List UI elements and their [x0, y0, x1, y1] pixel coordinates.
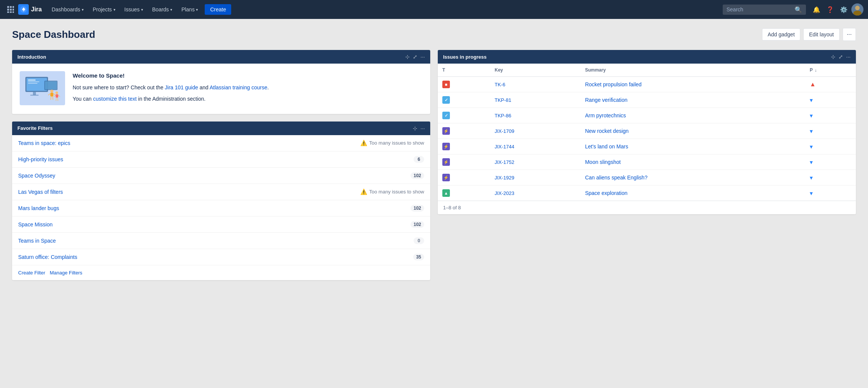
notifications-icon[interactable]: 🔔	[810, 3, 823, 16]
issue-key-link[interactable]: JIX-1744	[495, 144, 514, 150]
main-content: Space Dashboard Add gadget Edit layout ·…	[0, 19, 868, 289]
table-row[interactable]: ■ TK-6 Rocket propulsion failed ▲	[438, 77, 856, 92]
filter-name-link[interactable]: Teams in space: epics	[18, 140, 70, 146]
warning-icon: ⚠️	[360, 189, 367, 195]
filter-name-link[interactable]: Saturn office: Complaints	[18, 254, 77, 260]
create-filter-link[interactable]: Create Filter	[18, 270, 45, 276]
chevron-down-icon: ▾	[141, 8, 143, 12]
jira-101-link[interactable]: Jira 101 guide	[165, 84, 198, 90]
manage-filters-link[interactable]: Manage Filters	[50, 270, 82, 276]
filter-name-link[interactable]: Teams in Space	[18, 238, 56, 244]
issue-priority-cell: ▾	[805, 139, 856, 154]
filter-item: Mars lander bugs102	[12, 200, 430, 217]
issue-key-link[interactable]: JIX-1929	[495, 175, 514, 181]
nav-issues[interactable]: Issues ▾	[121, 4, 147, 15]
issue-summary-link[interactable]: Moon slingshot	[585, 159, 621, 165]
settings-icon[interactable]: ⚙️	[838, 3, 850, 16]
svg-rect-17	[45, 81, 57, 89]
add-gadget-button[interactable]: Add gadget	[762, 28, 801, 41]
svg-rect-4	[10, 9, 12, 11]
gadget-menu-icon[interactable]: ···	[420, 125, 425, 131]
issue-type-icon: ⚡	[442, 174, 450, 181]
issue-summary-cell: Moon slingshot	[580, 154, 805, 170]
svg-rect-7	[10, 11, 12, 13]
app-logo[interactable]: Jira	[18, 4, 42, 15]
issues-table-wrapper: T Key Summary P ↓ ■ TK-6 Rocket propulsi…	[438, 64, 856, 201]
drag-handle-icon[interactable]: ⊹	[831, 54, 835, 60]
table-row[interactable]: ⚡ JIX-1929 Can aliens speak English? ▾	[438, 170, 856, 185]
introduction-gadget-header: Introduction ⊹ ⤢ ···	[12, 50, 430, 64]
grid-menu-icon[interactable]	[5, 3, 17, 16]
issue-summary-link[interactable]: Let's land on Mars	[585, 143, 628, 150]
drag-handle-icon[interactable]: ⊹	[405, 54, 410, 60]
create-button[interactable]: Create	[205, 4, 231, 15]
gadget-menu-icon[interactable]: ···	[846, 54, 851, 60]
svg-line-31	[58, 98, 58, 101]
gadget-menu-icon[interactable]: ···	[420, 54, 425, 60]
filter-item: Teams in Space0	[12, 233, 430, 249]
nav-boards[interactable]: Boards ▾	[148, 4, 176, 15]
nav-projects[interactable]: Projects ▾	[89, 4, 119, 15]
table-row[interactable]: ⚡ JIX-1744 Let's land on Mars ▾	[438, 139, 856, 154]
issue-summary-link[interactable]: Rocket propulsion failed	[585, 81, 641, 87]
svg-rect-0	[7, 6, 9, 8]
expand-icon[interactable]: ⤢	[413, 54, 417, 60]
nav-dashboards[interactable]: Dashboards ▾	[48, 4, 87, 15]
issues-count: 1–8 of 8	[438, 201, 856, 214]
issue-priority-cell: ▾	[805, 92, 856, 108]
issue-type-icon: ▲	[442, 189, 450, 197]
customize-link[interactable]: customize this text	[93, 96, 137, 102]
svg-rect-27	[56, 94, 58, 98]
table-row[interactable]: ▲ JIX-2023 Space exploration ▾	[438, 185, 856, 201]
svg-rect-2	[12, 6, 14, 8]
issue-type-cell: ⚡	[438, 139, 490, 154]
more-options-button[interactable]: ···	[843, 28, 856, 41]
issue-summary-link[interactable]: Can aliens speak English?	[585, 175, 647, 181]
table-row[interactable]: ✓ TKP-86 Arm pyrotechnics ▾	[438, 108, 856, 123]
issue-type-cell: ✓	[438, 108, 490, 123]
filter-name-link[interactable]: Las Vegas of filters	[18, 189, 63, 195]
filter-name-link[interactable]: Space Mission	[18, 221, 53, 228]
issue-key-link[interactable]: TKP-81	[495, 97, 511, 103]
issue-key-link[interactable]: TK-6	[495, 82, 505, 87]
filter-count-badge: 102	[411, 205, 424, 212]
filter-name-link[interactable]: Mars lander bugs	[18, 205, 59, 211]
issue-type-icon: ✓	[442, 112, 450, 119]
issue-summary-link[interactable]: Arm pyrotechnics	[585, 112, 626, 118]
issues-list: ■ TK-6 Rocket propulsion failed ▲ ✓ TKP-…	[438, 77, 856, 201]
issue-type-cell: ■	[438, 77, 490, 92]
user-avatar[interactable]	[851, 3, 863, 16]
edit-layout-button[interactable]: Edit layout	[803, 28, 839, 41]
priority-icon: ▾	[810, 128, 813, 134]
filter-name-link[interactable]: High-priority issues	[18, 156, 63, 162]
table-row[interactable]: ⚡ JIX-1709 New rocket design ▾	[438, 123, 856, 139]
filter-count-badge: 0	[414, 237, 424, 244]
expand-icon[interactable]: ⤢	[838, 54, 843, 60]
issue-summary-link[interactable]: New rocket design	[585, 128, 628, 134]
chevron-down-icon: ▾	[82, 8, 84, 12]
issue-key-link[interactable]: JIX-2023	[495, 190, 514, 196]
table-row[interactable]: ✓ TKP-81 Range verification ▾	[438, 92, 856, 108]
col-priority: P ↓	[805, 64, 856, 77]
search-icon: 🔍	[795, 6, 802, 13]
svg-line-28	[54, 95, 56, 97]
help-icon[interactable]: ❓	[824, 3, 836, 16]
filter-name-link[interactable]: Space Odyssey	[18, 173, 55, 179]
issue-summary-cell: Range verification	[580, 92, 805, 108]
issues-in-progress-header: Issues in progress ⊹ ⤢ ···	[438, 50, 856, 64]
issue-summary-link[interactable]: Range verification	[585, 97, 627, 103]
drag-handle-icon[interactable]: ⊹	[413, 125, 417, 131]
issue-key-link[interactable]: TKP-86	[495, 113, 511, 118]
favorite-filters-header: Favorite Filters ⊹ ···	[12, 122, 430, 135]
issue-key-link[interactable]: JIX-1752	[495, 159, 514, 165]
filter-footer: Create Filter Manage Filters	[12, 265, 430, 280]
issue-summary-link[interactable]: Space exploration	[585, 190, 627, 196]
svg-point-20	[50, 90, 53, 93]
atlassian-training-link[interactable]: Atlassian training course	[210, 84, 268, 90]
priority-icon: ▾	[810, 143, 813, 150]
table-row[interactable]: ⚡ JIX-1752 Moon slingshot ▾	[438, 154, 856, 170]
intro-para1: Not sure where to start? Check out the J…	[73, 83, 269, 92]
nav-plans[interactable]: Plans ▾	[177, 4, 202, 15]
issue-key-link[interactable]: JIX-1709	[495, 128, 514, 134]
search-box[interactable]: Search 🔍	[723, 5, 806, 15]
